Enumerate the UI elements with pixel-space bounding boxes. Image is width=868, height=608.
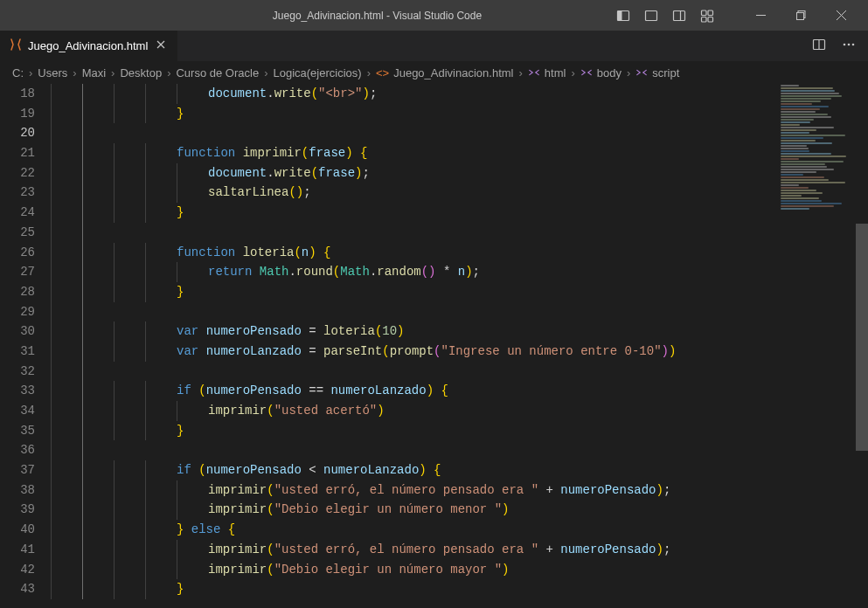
chevron-right-icon: ›	[569, 66, 576, 79]
window-title: Juego_Adivinacion.html - Visual Studio C…	[138, 10, 616, 22]
line-number: 30	[0, 321, 35, 342]
code-line[interactable]: document.write("<br>");	[51, 84, 868, 104]
code-line[interactable]: }	[51, 203, 868, 223]
line-number: 37	[0, 460, 35, 480]
line-number: 22	[0, 163, 35, 183]
layout-controls	[616, 9, 714, 23]
chevron-right-icon: ›	[517, 66, 524, 79]
line-number: 38	[0, 480, 35, 501]
toggle-panel-bottom-icon[interactable]	[644, 9, 658, 23]
code-content[interactable]: document.write("<br>");}function imprimi…	[51, 84, 868, 608]
chevron-right-icon: ›	[262, 66, 269, 79]
split-editor-icon[interactable]	[812, 38, 826, 54]
line-number: 32	[0, 362, 35, 382]
html-file-icon	[9, 38, 23, 54]
line-number: 26	[0, 243, 35, 263]
line-number: 41	[0, 540, 35, 560]
breadcrumb-folder[interactable]: Maxi	[82, 66, 106, 79]
code-line[interactable]	[51, 362, 868, 382]
code-line[interactable]: imprimir("usted erró, el número pensado …	[51, 540, 868, 560]
chevron-right-icon: ›	[365, 66, 372, 79]
line-number: 34	[0, 401, 35, 421]
more-actions-icon[interactable]	[842, 38, 856, 54]
titlebar: Juego_Adivinacion.html - Visual Studio C…	[0, 0, 868, 31]
breadcrumb-folder[interactable]: Desktop	[120, 66, 162, 79]
line-number: 39	[0, 500, 35, 520]
line-number: 19	[0, 104, 35, 124]
code-line[interactable]: imprimir("usted acertó")	[51, 401, 868, 421]
breadcrumb-symbol[interactable]: script	[635, 66, 679, 79]
tab-close-icon[interactable]	[153, 37, 169, 55]
scrollbar-thumb[interactable]	[856, 224, 868, 451]
code-line[interactable]: var numeroLanzado = parseInt(prompt("Ing…	[51, 342, 868, 362]
code-line[interactable]: }	[51, 579, 868, 599]
editor-actions	[812, 31, 868, 61]
editor[interactable]: 1819202122232425262728293031323334353637…	[0, 84, 868, 608]
breadcrumb-symbol[interactable]: body	[580, 66, 621, 79]
code-line[interactable]	[51, 302, 868, 322]
code-line[interactable]: }	[51, 421, 868, 441]
line-number: 31	[0, 342, 35, 362]
line-number: 27	[0, 262, 35, 282]
toggle-panel-right-icon[interactable]	[672, 9, 686, 23]
code-line[interactable]	[51, 440, 868, 460]
toggle-panel-left-icon[interactable]	[616, 9, 630, 23]
svg-point-21	[852, 44, 855, 46]
code-line[interactable]: } else {	[51, 520, 868, 540]
code-line[interactable]: if (numeroPensado < numeroLanzado) {	[51, 460, 868, 480]
maximize-button[interactable]	[781, 0, 821, 31]
line-number: 35	[0, 421, 35, 441]
vertical-scrollbar[interactable]	[856, 84, 868, 608]
close-button[interactable]	[821, 0, 861, 31]
breadcrumb-folder[interactable]: Curso de Oracle	[176, 66, 259, 79]
code-line[interactable]: imprimir("Debio elegir un número mayor "…	[51, 560, 868, 580]
svg-rect-7	[708, 10, 713, 16]
chevron-right-icon: ›	[71, 66, 78, 79]
breadcrumb-file[interactable]: <> Juego_Adivinacion.html	[376, 66, 514, 79]
svg-point-19	[844, 44, 846, 46]
breadcrumb-folder[interactable]: C:	[12, 66, 24, 79]
tabbar: Juego_Adivinacion.html	[0, 31, 868, 61]
breadcrumb-symbol[interactable]: html	[528, 66, 566, 79]
line-number: 28	[0, 282, 35, 302]
line-number: 18	[0, 84, 35, 104]
line-number: 25	[0, 223, 35, 243]
code-line[interactable]	[51, 223, 868, 243]
code-line[interactable]: imprimir("Debio elegir un número menor "…	[51, 500, 868, 520]
svg-rect-8	[702, 17, 707, 22]
code-line[interactable]: var numeroPensado = loteria(10)	[51, 321, 868, 342]
breadcrumb-folder[interactable]: Logica(ejercicios)	[273, 66, 361, 79]
svg-point-20	[848, 44, 851, 46]
svg-rect-6	[702, 10, 707, 16]
line-number: 24	[0, 203, 35, 223]
chevron-right-icon: ›	[165, 66, 172, 79]
line-number: 21	[0, 143, 35, 163]
minimize-button[interactable]	[740, 0, 781, 31]
tab-active[interactable]: Juego_Adivinacion.html	[0, 31, 178, 61]
code-line[interactable]: function imprimir(frase) {	[51, 143, 868, 163]
line-number: 29	[0, 302, 35, 322]
html-file-icon: <>	[376, 66, 389, 79]
breadcrumb-folder[interactable]: Users	[38, 66, 67, 79]
code-line[interactable]: }	[51, 282, 868, 302]
code-line[interactable]: function loteria(n) {	[51, 243, 868, 263]
code-line[interactable]: }	[51, 104, 868, 124]
svg-rect-1	[618, 10, 622, 20]
svg-rect-12	[796, 13, 803, 20]
window-controls	[740, 0, 861, 31]
chevron-right-icon: ›	[625, 66, 632, 79]
chevron-right-icon: ›	[109, 66, 116, 79]
line-number: 36	[0, 440, 35, 460]
tab-label: Juego_Adivinacion.html	[28, 39, 148, 52]
line-number: 40	[0, 520, 35, 540]
code-line[interactable]: return Math.round(Math.random() * n);	[51, 262, 868, 282]
code-line[interactable]: document.write(frase);	[51, 163, 868, 183]
code-line[interactable]: imprimir("usted erró, el número pensado …	[51, 480, 868, 501]
breadcrumbs[interactable]: C:›Users›Maxi›Desktop›Curso de Oracle›Lo…	[0, 61, 868, 84]
code-line[interactable]: saltarLinea();	[51, 183, 868, 203]
customize-layout-icon[interactable]	[700, 9, 714, 23]
minimap[interactable]	[777, 84, 856, 215]
chevron-right-icon: ›	[27, 66, 34, 79]
code-line[interactable]	[51, 123, 868, 143]
code-line[interactable]: if (numeroPensado == numeroLanzado) {	[51, 381, 868, 401]
